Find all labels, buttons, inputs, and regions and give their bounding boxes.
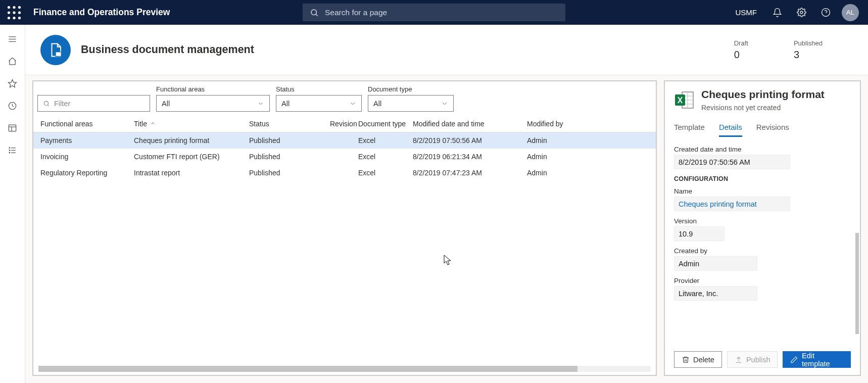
svg-marker-17 <box>9 79 17 87</box>
cell-doctype: Excel <box>358 153 413 161</box>
grid-row-0[interactable]: Payments Cheques printing format Publish… <box>33 132 656 149</box>
tab-template[interactable]: Template <box>674 123 705 137</box>
name-label: Name <box>674 187 851 195</box>
app-launcher-icon[interactable] <box>7 6 21 20</box>
svg-point-1 <box>13 6 15 8</box>
details-subtitle: Revisions not yet created <box>701 104 825 112</box>
delete-label: Delete <box>693 356 714 364</box>
svg-point-11 <box>800 11 803 14</box>
settings-icon[interactable] <box>789 0 813 25</box>
avatar-initials: AL <box>846 9 855 16</box>
edit-label: Edit template <box>802 352 843 368</box>
status-dropdown[interactable]: All <box>276 95 362 112</box>
nav-workspaces-icon[interactable] <box>0 119 25 137</box>
nav-hamburger-icon[interactable] <box>0 30 25 48</box>
doctype-dropdown[interactable]: All <box>368 95 454 112</box>
publish-icon <box>735 356 743 364</box>
published-counter[interactable]: Published 3 <box>794 39 823 61</box>
name-value[interactable]: Cheques printing format <box>674 197 790 211</box>
created-date-value: 8/2/2019 07:50:56 AM <box>674 155 790 169</box>
doctype-value: All <box>373 100 381 108</box>
provider-label: Provider <box>674 277 851 284</box>
published-label: Published <box>794 39 823 47</box>
delete-button[interactable]: Delete <box>674 351 722 368</box>
cell-modified: 8/2/2019 06:21:34 AM <box>413 153 527 161</box>
svg-point-22 <box>9 147 10 148</box>
nav-recent-icon[interactable] <box>0 97 25 115</box>
svg-point-0 <box>8 6 10 8</box>
grid-filter-input[interactable]: Filter <box>37 95 150 112</box>
tab-revisions[interactable]: Revisions <box>756 123 789 137</box>
svg-rect-28 <box>56 52 61 56</box>
svg-point-4 <box>13 11 15 14</box>
cell-title: Customer FTI report (GER) <box>134 153 249 161</box>
version-label: Version <box>674 217 851 225</box>
status-label: Status <box>276 85 362 93</box>
svg-point-3 <box>8 11 10 14</box>
edit-template-button[interactable]: Edit template <box>783 351 851 368</box>
status-value: All <box>281 100 290 108</box>
createdby-value: Admin <box>674 256 757 271</box>
header-doctype[interactable]: Document type <box>358 120 413 128</box>
chevron-down-icon <box>441 100 448 107</box>
svg-point-24 <box>9 150 10 151</box>
header-title-text: Title <box>134 120 147 128</box>
header-modified[interactable]: Modified date and time <box>413 120 527 128</box>
app-title: Finance and Operations Preview <box>33 7 170 18</box>
doctype-label: Document type <box>368 85 454 93</box>
details-scrollbar[interactable] <box>855 233 859 334</box>
version-value: 10.9 <box>674 226 725 241</box>
cell-by: Admin <box>527 169 583 177</box>
publish-button: Publish <box>727 351 778 368</box>
trash-icon <box>682 356 690 364</box>
header-status[interactable]: Status <box>249 120 330 128</box>
filter-search-icon <box>43 100 50 107</box>
cell-title: Cheques printing format <box>134 136 249 145</box>
svg-line-31 <box>47 105 49 106</box>
cell-modified: 8/2/2019 07:50:56 AM <box>413 136 527 145</box>
svg-point-7 <box>13 16 15 19</box>
documents-grid-panel: Filter Functional areas All Status All <box>32 80 657 376</box>
functional-areas-label: Functional areas <box>156 85 270 93</box>
cell-fa: Regulatory Reporting <box>40 169 134 177</box>
chevron-down-icon <box>349 100 356 107</box>
provider-value: Litware, Inc. <box>674 286 757 301</box>
edit-icon <box>790 356 798 364</box>
functional-areas-dropdown[interactable]: All <box>156 95 270 112</box>
search-icon <box>310 8 319 17</box>
sort-ascending-icon <box>147 120 156 128</box>
user-avatar[interactable]: AL <box>842 4 859 21</box>
svg-point-12 <box>822 9 830 17</box>
createdby-label: Created by <box>674 247 851 255</box>
draft-counter[interactable]: Draft 0 <box>734 39 748 61</box>
company-code[interactable]: USMF <box>728 8 765 17</box>
page-title: Business document management <box>81 43 254 56</box>
excel-icon <box>674 90 694 110</box>
nav-favorites-icon[interactable] <box>0 74 25 92</box>
svg-line-10 <box>316 14 318 16</box>
svg-point-8 <box>18 16 21 19</box>
details-title: Cheques printing format <box>701 88 825 101</box>
header-functional-areas[interactable]: Functional areas <box>40 120 134 128</box>
configuration-section: CONFIGURATION <box>674 175 851 182</box>
tab-details[interactable]: Details <box>719 123 742 137</box>
page-icon <box>40 35 71 65</box>
nav-modules-icon[interactable] <box>0 141 25 159</box>
header-modifiedby[interactable]: Modified by <box>527 120 583 128</box>
filter-placeholder: Filter <box>54 100 70 108</box>
notifications-icon[interactable] <box>765 0 789 25</box>
header-revision[interactable]: Revision <box>330 120 358 128</box>
help-icon[interactable] <box>813 0 838 25</box>
header-title[interactable]: Title <box>134 120 249 128</box>
svg-point-9 <box>311 10 317 15</box>
nav-home-icon[interactable] <box>0 52 25 70</box>
grid-horizontal-scrollbar[interactable] <box>38 366 651 372</box>
global-search-input[interactable]: Search for a page <box>303 4 565 21</box>
published-value: 3 <box>794 49 823 61</box>
grid-row-2[interactable]: Regulatory Reporting Intrastat report Pu… <box>33 165 656 181</box>
grid-row-1[interactable]: Invoicing Customer FTI report (GER) Publ… <box>33 149 656 165</box>
publish-label: Publish <box>746 356 770 364</box>
functional-areas-value: All <box>162 100 170 108</box>
cell-doctype: Excel <box>358 136 413 145</box>
svg-point-26 <box>9 152 10 153</box>
